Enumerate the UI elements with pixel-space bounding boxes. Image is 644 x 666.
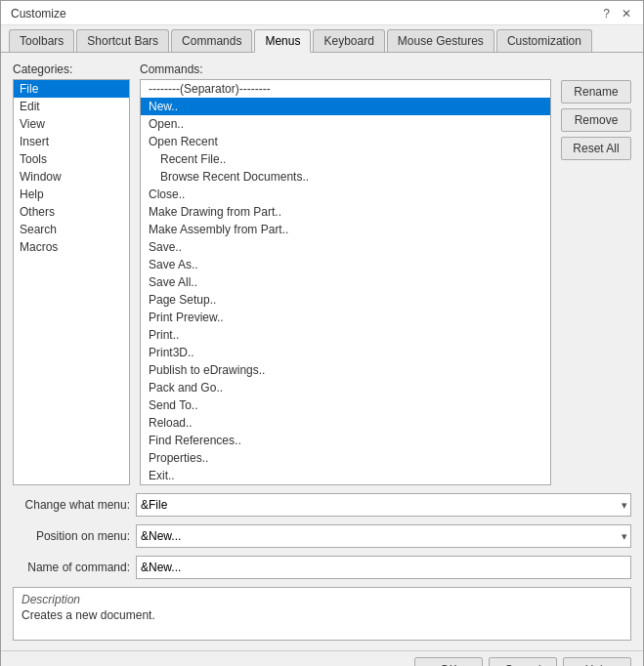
category-item[interactable]: Search xyxy=(14,221,129,238)
position-on-menu-select[interactable]: &New... xyxy=(136,524,631,548)
footer: OK Cancel Help xyxy=(1,650,643,666)
command-item[interactable]: Close.. xyxy=(141,186,550,203)
command-item[interactable]: Save As.. xyxy=(141,256,550,273)
position-on-menu-select-wrapper: &New... xyxy=(136,524,631,548)
command-item[interactable]: Send To.. xyxy=(141,396,550,414)
command-item[interactable]: Pack and Go.. xyxy=(141,379,550,396)
command-item[interactable]: Make Assembly from Part.. xyxy=(141,221,550,238)
tab-customization[interactable]: Customization xyxy=(496,29,592,52)
category-item[interactable]: Macros xyxy=(14,238,129,256)
tab-mouse-gestures[interactable]: Mouse Gestures xyxy=(387,29,494,52)
category-item[interactable]: File xyxy=(14,80,129,98)
tab-menus[interactable]: Menus xyxy=(254,29,311,53)
change-what-menu-label: Change what menu: xyxy=(13,498,130,512)
command-item[interactable]: Save All.. xyxy=(141,273,550,291)
categories-listbox[interactable]: FileEditViewInsertToolsWindowHelpOthersS… xyxy=(13,79,130,485)
category-item[interactable]: Edit xyxy=(14,98,129,115)
command-item[interactable]: Recent File.. xyxy=(141,150,550,168)
command-item[interactable]: Properties.. xyxy=(141,449,550,467)
command-item[interactable]: Save.. xyxy=(141,238,550,256)
customize-dialog: Customize ? ✕ ToolbarsShortcut BarsComma… xyxy=(0,0,644,666)
position-on-menu-label: Position on menu: xyxy=(13,529,130,543)
description-panel: Description Creates a new document. xyxy=(13,587,631,641)
command-item[interactable]: Open Recent xyxy=(141,133,550,150)
position-on-menu-row: Position on menu: &New... xyxy=(13,524,631,548)
description-text: Creates a new document. xyxy=(21,608,623,622)
command-item[interactable]: --------(Separator)-------- xyxy=(141,80,550,98)
category-item[interactable]: Tools xyxy=(14,150,129,168)
name-of-command-row: Name of command: xyxy=(13,556,631,579)
lists-row: Categories: FileEditViewInsertToolsWindo… xyxy=(13,62,631,485)
tab-toolbars[interactable]: Toolbars xyxy=(9,29,74,52)
commands-label: Commands: xyxy=(140,62,551,76)
categories-panel: Categories: FileEditViewInsertToolsWindo… xyxy=(13,62,130,485)
side-buttons: Rename Remove Reset All xyxy=(561,62,631,485)
name-of-command-input[interactable] xyxy=(136,556,631,579)
command-item[interactable]: Find References.. xyxy=(141,432,550,449)
category-item[interactable]: Insert xyxy=(14,133,129,150)
tab-shortcut-bars[interactable]: Shortcut Bars xyxy=(76,29,169,52)
commands-panel: Commands: --------(Separator)--------New… xyxy=(140,62,551,485)
category-item[interactable]: Window xyxy=(14,168,129,186)
change-what-menu-select[interactable]: &File xyxy=(136,493,631,517)
command-item[interactable]: Browse Recent Documents.. xyxy=(141,168,550,186)
dialog-body: Categories: FileEditViewInsertToolsWindo… xyxy=(1,53,643,650)
command-item[interactable]: Print Preview.. xyxy=(141,309,550,326)
change-what-menu-row: Change what menu: &File xyxy=(13,493,631,517)
tab-keyboard[interactable]: Keyboard xyxy=(313,29,384,52)
command-item[interactable]: Exit.. xyxy=(141,467,550,484)
ok-button[interactable]: OK xyxy=(414,657,483,666)
tab-commands[interactable]: Commands xyxy=(171,29,252,52)
help-title-button[interactable]: ? xyxy=(599,8,614,20)
command-item[interactable]: Publish to eDrawings.. xyxy=(141,361,550,379)
name-of-command-label: Name of command: xyxy=(13,561,130,574)
category-item[interactable]: Others xyxy=(14,203,129,221)
help-button[interactable]: Help xyxy=(563,657,631,666)
commands-listbox[interactable]: --------(Separator)--------New..Open..Op… xyxy=(140,79,551,485)
close-title-button[interactable]: ✕ xyxy=(618,8,635,20)
command-item[interactable]: Print3D.. xyxy=(141,344,550,361)
title-bar-controls: ? ✕ xyxy=(599,8,635,20)
command-item[interactable]: Reload.. xyxy=(141,414,550,432)
command-item[interactable]: New.. xyxy=(141,98,550,115)
tabs-row: ToolbarsShortcut BarsCommandsMenusKeyboa… xyxy=(1,25,643,53)
category-item[interactable]: Help xyxy=(14,186,129,203)
reset-all-button[interactable]: Reset All xyxy=(561,137,631,160)
command-item[interactable]: Make Drawing from Part.. xyxy=(141,203,550,221)
description-section-label: Description xyxy=(21,593,623,606)
cancel-button[interactable]: Cancel xyxy=(489,657,557,666)
command-item[interactable]: Print.. xyxy=(141,326,550,344)
command-item[interactable]: Page Setup.. xyxy=(141,291,550,309)
command-item[interactable]: Open.. xyxy=(141,115,550,133)
change-what-menu-select-wrapper: &File xyxy=(136,493,631,517)
dialog-title: Customize xyxy=(11,7,66,21)
category-item[interactable]: View xyxy=(14,115,129,133)
rename-button[interactable]: Rename xyxy=(561,80,631,104)
remove-button[interactable]: Remove xyxy=(561,108,631,132)
categories-label: Categories: xyxy=(13,62,130,76)
title-bar: Customize ? ✕ xyxy=(1,1,643,25)
